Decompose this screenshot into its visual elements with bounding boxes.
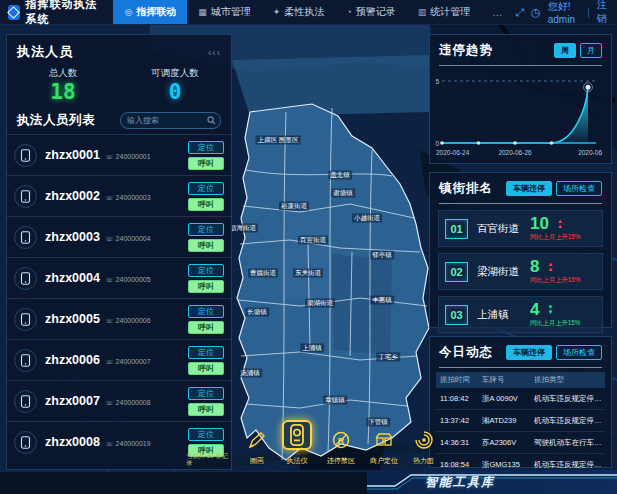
trend-chart: 502020-06-242020-06-262020-06 — [430, 68, 611, 162]
personnel-phone: ☏ 240000019 — [105, 440, 151, 448]
no-parking-icon[interactable]: R — [331, 430, 351, 454]
personnel-info: zhzx0003☏ 240000004 — [37, 230, 188, 244]
map-town-label[interactable]: 丰惠镇 — [370, 296, 394, 305]
map-town-label[interactable]: 章镇镇 — [323, 396, 347, 405]
nav-item-3[interactable]: ✦柔性执法 — [262, 0, 336, 24]
clock-icon[interactable]: ◷ — [531, 6, 541, 19]
personnel-phone: ☏ 240000001 — [105, 153, 151, 161]
divider — [439, 65, 602, 66]
call-button[interactable]: 呼叫 — [188, 362, 224, 375]
rank-trend-note: 同比上月上升15% — [530, 276, 596, 285]
locate-button[interactable]: 定位 — [188, 141, 224, 154]
call-button[interactable]: 呼叫 — [188, 239, 224, 252]
tool-recorder[interactable]: 执法仪 — [282, 420, 312, 466]
call-button[interactable]: 呼叫 — [188, 403, 224, 416]
map-town-label[interactable]: 汤浦镇 — [238, 369, 262, 378]
personnel-name: zhzx0002 — [45, 189, 100, 203]
call-button[interactable]: 呼叫 — [188, 321, 224, 334]
tool-pen[interactable]: 圈画 — [247, 430, 267, 466]
search-input[interactable] — [125, 115, 207, 126]
map-town-label[interactable]: 曹娥街道 — [248, 269, 278, 278]
heatmap-icon[interactable] — [414, 430, 434, 454]
personnel-name: zhzx0005 — [45, 312, 100, 326]
nav-item-5[interactable]: ▥统计管理 — [407, 0, 482, 24]
map-town-label[interactable]: 丁宅乡 — [376, 353, 400, 362]
map-town-label[interactable]: 百官街道 — [298, 236, 328, 245]
personnel-actions: 定位呼叫 — [188, 264, 224, 293]
map-town-label[interactable]: 梁湖街道 — [305, 299, 335, 308]
personnel-actions: 定位呼叫 — [188, 223, 224, 252]
personnel-actions: 定位呼叫 — [188, 182, 224, 211]
trend-button-2[interactable]: 月 — [580, 43, 602, 58]
personnel-stats: 总人数 18 可调度人数 0 — [7, 65, 231, 110]
call-button[interactable]: 呼叫 — [188, 280, 224, 293]
rank-trend-note: 同比上月上升15% — [530, 233, 596, 242]
map-town-label[interactable]: 崧厦街道 — [279, 202, 309, 211]
ranking-row[interactable]: 03上浦镇4▼▼同比上月上升15% — [438, 296, 603, 333]
tool-shops[interactable]: 商户定位 — [370, 430, 398, 466]
svg-text:5: 5 — [435, 78, 439, 85]
logout-link[interactable]: 注销 — [597, 0, 609, 26]
column-header: 车牌号 — [482, 375, 534, 385]
map-town-label[interactable]: 盖北镇 — [328, 171, 352, 180]
nav-item-2[interactable]: ▦城市管理 — [187, 0, 262, 24]
officer-phone-icon — [14, 349, 37, 372]
plate-number: 浙A 0090V — [482, 394, 534, 404]
today-table-header: 抓拍时间车牌号抓拍类型 — [436, 372, 605, 388]
nav-item-6[interactable]: … — [481, 0, 515, 24]
personnel-row: zhzx0003☏ 240000004定位呼叫 — [7, 216, 231, 257]
map-town-label[interactable]: 小越街道 — [352, 214, 382, 223]
ranking-button-1[interactable]: 车辆违停 — [506, 181, 552, 196]
activity-row[interactable]: 11:08:42浙A 0090V机动车违反规定停放… — [436, 388, 605, 410]
ranking-row[interactable]: 02梁湖街道8▲▲同比上月上升15% — [438, 253, 603, 290]
ranking-row[interactable]: 01百官街道10▲▲同比上月上升15% — [438, 210, 603, 247]
tool-heatmap[interactable]: 热力图 — [413, 430, 434, 466]
map-town-label[interactable]: 驿亭镇 — [370, 251, 394, 260]
ranking-button-2[interactable]: 场所检查 — [556, 181, 602, 196]
trend-button-1[interactable]: 周 — [554, 43, 576, 58]
pen-icon[interactable] — [247, 430, 267, 454]
recorder-icon[interactable] — [282, 420, 312, 454]
today-table-rows: 11:08:42浙A 0090V机动车违反规定停放…13:37:42湘ATD23… — [430, 388, 611, 476]
activity-row[interactable]: 13:37:42湘ATD239机动车违反规定停放… — [436, 410, 605, 432]
tool-label: 执法仪 — [287, 456, 308, 466]
personnel-info: zhzx0007☏ 240000008 — [37, 394, 188, 408]
tool-label: 违停禁区 — [327, 456, 355, 466]
trend-up-icon: ▲▲ — [547, 262, 553, 272]
locate-button[interactable]: 定位 — [188, 182, 224, 195]
locate-button[interactable]: 定位 — [188, 346, 224, 359]
personnel-row: zhzx0001☏ 240000001定位呼叫 — [7, 134, 231, 175]
search-icon[interactable] — [207, 116, 216, 125]
today-button-2[interactable]: 场所检查 — [556, 345, 602, 360]
locate-button[interactable]: 定位 — [188, 264, 224, 277]
alert-icon: ◔ — [346, 7, 351, 17]
map-town-label[interactable]: 东关街道 — [293, 269, 323, 278]
today-button-1[interactable]: 车辆违停 — [506, 345, 552, 360]
activity-row[interactable]: 14:36:31苏A2306V驾驶机动车在行车道上停车 — [436, 432, 605, 454]
tool-label: 圈画 — [250, 456, 264, 466]
tool-no-parking[interactable]: R违停禁区 — [327, 430, 355, 466]
trend-down-icon: ▼▼ — [547, 305, 553, 315]
call-button[interactable]: 呼叫 — [188, 157, 224, 170]
nav-item-1[interactable]: ◎指挥联动 — [113, 0, 187, 24]
collapse-chevrons-icon[interactable]: ‹‹‹ — [208, 47, 221, 58]
nav-item-4[interactable]: ◔预警记录 — [335, 0, 406, 24]
user-greeting: 您好! admin — [548, 0, 580, 25]
locate-button[interactable]: 定位 — [188, 387, 224, 400]
map-town-label[interactable]: 沥海街道 — [228, 224, 258, 233]
smart-toolbox-banner[interactable]: 智能工具库 — [367, 470, 617, 494]
map-town-label[interactable]: 上浦镇 — [300, 344, 324, 353]
dispatchable-count-label: 可调度人数 — [119, 67, 231, 80]
map-town-label[interactable]: 上虞区 围垦区 — [256, 136, 301, 145]
divider: | — [587, 7, 590, 18]
shops-icon[interactable] — [374, 430, 394, 454]
locate-button[interactable]: 定位 — [188, 223, 224, 236]
map-town-label[interactable]: 谢塘镇 — [331, 189, 355, 198]
call-button[interactable]: 呼叫 — [188, 198, 224, 211]
locate-button[interactable]: 定位 — [188, 305, 224, 318]
map-town-label[interactable]: 长塘镇 — [245, 308, 269, 317]
officer-phone-icon — [14, 308, 37, 331]
fullscreen-icon[interactable]: ⤢ — [515, 6, 524, 19]
capture-type: 机动车违反规定停放… — [534, 394, 605, 404]
toolbar-items: 圈画执法仪R违停禁区商户定位热力图 — [247, 420, 434, 466]
